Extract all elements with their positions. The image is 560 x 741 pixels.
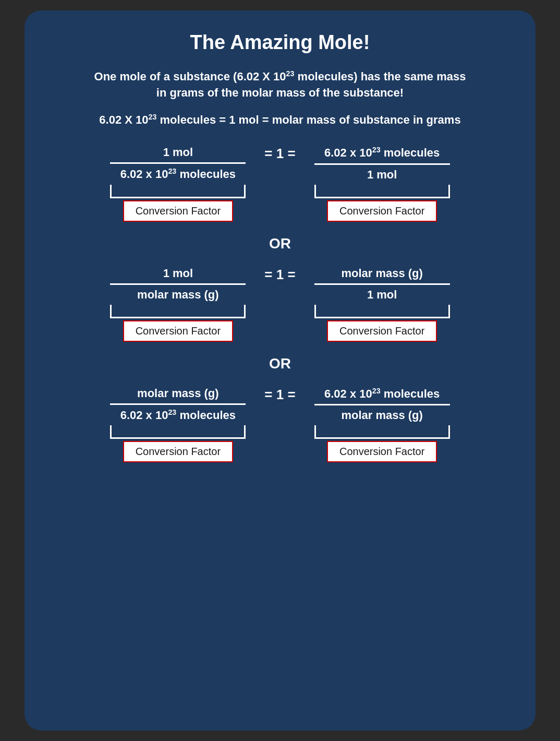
denominator: 6.02 x 1023 molecules — [120, 167, 236, 181]
fraction-line — [314, 404, 450, 405]
bracket — [314, 185, 450, 198]
conversion-factor-box-2b: Conversion Factor — [327, 320, 437, 342]
fraction-display: 1 mol 6.02 x 1023 molecules — [110, 146, 246, 181]
bracket — [110, 425, 246, 439]
fraction-line — [110, 162, 246, 164]
section-1: 1 mol 6.02 x 1023 molecules Conversion F… — [56, 146, 504, 221]
fraction-pair-1: 1 mol 6.02 x 1023 molecules Conversion F… — [56, 146, 504, 221]
fraction-right-2: molar mass (g) 1 mol Conversion Factor — [314, 267, 450, 342]
numerator: 6.02 x 1023 molecules — [324, 387, 440, 404]
fraction-left-1: 1 mol 6.02 x 1023 molecules Conversion F… — [110, 146, 246, 221]
denominator: molar mass (g) — [341, 409, 423, 422]
conversion-factor-box-2a: Conversion Factor — [123, 320, 233, 342]
equation-text: 6.02 X 1023 molecules = 1 mol = molar ma… — [99, 113, 460, 127]
bracket — [314, 305, 450, 318]
conversion-factor-box-3a: Conversion Factor — [123, 441, 233, 462]
bracket — [314, 425, 450, 439]
denominator: 6.02 x 1023 molecules — [120, 408, 236, 422]
or-divider-1: OR — [269, 235, 291, 252]
equals-1: = 1 = — [264, 146, 295, 162]
or-divider-2: OR — [269, 355, 291, 372]
page-title: The Amazing Mole! — [190, 31, 370, 54]
fraction-left-3: molar mass (g) 6.02 x 1023 molecules Con… — [110, 387, 246, 462]
fraction-display: 6.02 x 1023 molecules molar mass (g) — [314, 387, 450, 422]
fraction-right-3: 6.02 x 1023 molecules molar mass (g) Con… — [314, 387, 450, 462]
fraction-display: molar mass (g) 1 mol — [314, 267, 450, 302]
bracket — [110, 185, 246, 198]
main-card: The Amazing Mole! One mole of a substanc… — [25, 10, 535, 731]
conversion-factor-box-1b: Conversion Factor — [327, 200, 437, 222]
fraction-line — [314, 163, 450, 165]
denominator: 1 mol — [367, 168, 397, 182]
numerator: 1 mol — [163, 146, 193, 162]
conversion-factor-box-1a: Conversion Factor — [123, 200, 233, 222]
numerator: molar mass (g) — [137, 387, 219, 403]
denominator: 1 mol — [367, 288, 397, 302]
intro-text: One mole of a substance (6.02 X 1023 mol… — [94, 68, 466, 101]
fraction-pair-2: 1 mol molar mass (g) Conversion Factor =… — [56, 267, 504, 342]
fraction-line — [314, 283, 450, 285]
fraction-right-1: 6.02 x 1023 molecules 1 mol Conversion F… — [314, 146, 450, 221]
bracket — [110, 305, 246, 318]
equals-3: = 1 = — [264, 387, 295, 403]
conversion-factor-box-3b: Conversion Factor — [327, 441, 437, 462]
numerator: 1 mol — [163, 267, 193, 283]
section-2: 1 mol molar mass (g) Conversion Factor =… — [56, 267, 504, 342]
fraction-left-2: 1 mol molar mass (g) Conversion Factor — [110, 267, 246, 342]
denominator: molar mass (g) — [137, 288, 219, 302]
fraction-line — [110, 403, 246, 405]
section-3: molar mass (g) 6.02 x 1023 molecules Con… — [56, 387, 504, 462]
numerator: 6.02 x 1023 molecules — [324, 146, 440, 163]
fraction-display: 1 mol molar mass (g) — [110, 267, 246, 302]
fraction-line — [110, 283, 246, 285]
equals-2: = 1 = — [264, 267, 295, 283]
fraction-display: 6.02 x 1023 molecules 1 mol — [314, 146, 450, 181]
fraction-pair-3: molar mass (g) 6.02 x 1023 molecules Con… — [56, 387, 504, 462]
numerator: molar mass (g) — [341, 267, 423, 283]
fraction-display: molar mass (g) 6.02 x 1023 molecules — [110, 387, 246, 422]
